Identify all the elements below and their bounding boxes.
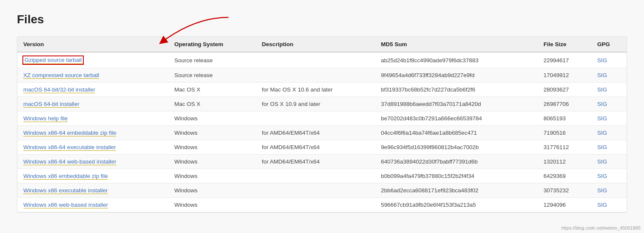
- os-cell: Mac OS X: [168, 97, 256, 111]
- md5-cell: be70202d483c0b7291a666ec66539784: [375, 111, 537, 126]
- version-link[interactable]: Gzipped source tarball: [23, 56, 83, 64]
- table-row: Windows x86 executable installerWindows2…: [17, 183, 627, 198]
- filesize-cell: 28093627: [538, 83, 592, 97]
- version-link[interactable]: Windows x86 embeddable zip file: [23, 173, 108, 180]
- version-link[interactable]: Windows x86-64 web-based installer: [23, 158, 116, 165]
- description-cell: for Mac OS X 10.6 and later: [256, 83, 375, 97]
- gpg-link[interactable]: SIG: [597, 115, 607, 122]
- md5-cell: ab25d24b1f8cc4990ade979f6dc37883: [375, 52, 537, 68]
- description-cell: [256, 111, 375, 126]
- os-cell: Windows: [168, 126, 256, 140]
- filesize-cell: 26987706: [538, 97, 592, 111]
- gpg-link[interactable]: SIG: [597, 130, 607, 136]
- description-cell: [256, 198, 375, 212]
- gpg-link[interactable]: SIG: [597, 202, 607, 208]
- os-cell: Windows: [168, 111, 256, 126]
- md5-cell: 2bb6ad2ecca6088171ef923bca483f02: [375, 183, 537, 198]
- gpg-cell: SIG: [591, 68, 627, 83]
- gpg-cell: SIG: [591, 111, 627, 126]
- filesize-cell: 30735232: [538, 183, 592, 198]
- gpg-cell: SIG: [591, 52, 627, 68]
- version-cell: Windows x86 web-based installer: [17, 198, 168, 212]
- files-table-wrapper: Version Operating System Description MD5…: [17, 36, 627, 213]
- md5-cell: 37d891988b6aeedd7f03a70171a8420d: [375, 97, 537, 111]
- gpg-link[interactable]: SIG: [597, 173, 607, 179]
- gpg-cell: SIG: [591, 155, 627, 169]
- version-link[interactable]: macOS 64-bit installer: [23, 101, 80, 108]
- md5-cell: 640736a3894022d30f7babff77391d6b: [375, 155, 537, 169]
- gpg-link[interactable]: SIG: [597, 144, 607, 150]
- table-row: macOS 64-bit/32-bit installerMac OS Xfor…: [17, 83, 627, 97]
- description-cell: for OS X 10.9 and later: [256, 97, 375, 111]
- md5-cell: 9e96c934f5d16399f860812b4ac7002b: [375, 140, 537, 155]
- table-row: Windows x86-64 web-based installerWindow…: [17, 155, 627, 169]
- version-cell: Gzipped source tarball: [17, 52, 168, 68]
- os-cell: Windows: [168, 198, 256, 212]
- md5-cell: b0b099a4fa479fb37880c15f2b2f4f34: [375, 169, 537, 183]
- md5-cell: 9f49654a4d6f733ff3284ab9d227e9fd: [375, 68, 537, 83]
- version-cell: Windows x86-64 web-based installer: [17, 155, 168, 169]
- os-cell: Windows: [168, 155, 256, 169]
- filesize-cell: 1320112: [538, 155, 592, 169]
- table-row: Windows x86 web-based installerWindows59…: [17, 198, 627, 212]
- table-header-row: Version Operating System Description MD5…: [17, 37, 627, 52]
- gpg-cell: SIG: [591, 198, 627, 212]
- files-table: Version Operating System Description MD5…: [17, 37, 627, 212]
- version-cell: Windows x86 executable installer: [17, 183, 168, 198]
- version-cell: macOS 64-bit/32-bit installer: [17, 83, 168, 97]
- version-cell: Windows help file: [17, 111, 168, 126]
- version-cell: Windows x86-64 embeddable zip file: [17, 126, 168, 140]
- filesize-cell: 17049912: [538, 68, 592, 83]
- version-cell: Windows x86 embeddable zip file: [17, 169, 168, 183]
- col-version: Version: [17, 37, 168, 52]
- description-cell: for AMD64/EM64T/x64: [256, 126, 375, 140]
- gpg-link[interactable]: SIG: [597, 57, 607, 64]
- version-link[interactable]: Windows x86-64 executable installer: [23, 144, 116, 151]
- version-link[interactable]: Windows x86 web-based installer: [23, 202, 108, 208]
- col-gpg: GPG: [591, 37, 627, 52]
- version-link[interactable]: Windows x86 executable installer: [23, 187, 108, 194]
- gpg-cell: SIG: [591, 169, 627, 183]
- gpg-cell: SIG: [591, 140, 627, 155]
- os-cell: Mac OS X: [168, 83, 256, 97]
- version-link[interactable]: macOS 64-bit/32-bit installer: [23, 86, 95, 93]
- table-row: Windows x86 embeddable zip fileWindowsb0…: [17, 169, 627, 183]
- filesize-cell: 1294096: [538, 198, 592, 212]
- col-md5: MD5 Sum: [375, 37, 537, 52]
- gpg-cell: SIG: [591, 126, 627, 140]
- version-cell: Windows x86-64 executable installer: [17, 140, 168, 155]
- watermark: https://blog.csdn.net/weixin_45001885: [561, 225, 641, 227]
- col-os: Operating System: [168, 37, 256, 52]
- description-cell: [256, 68, 375, 83]
- table-row: Windows x86-64 executable installerWindo…: [17, 140, 627, 155]
- gpg-link[interactable]: SIG: [597, 158, 607, 165]
- gpg-link[interactable]: SIG: [597, 72, 607, 78]
- gpg-cell: SIG: [591, 83, 627, 97]
- gpg-link[interactable]: SIG: [597, 187, 607, 194]
- md5-cell: 04cc4f6f6a14ba74f6ae1a8b685ec471: [375, 126, 537, 140]
- gpg-link[interactable]: SIG: [597, 86, 607, 93]
- description-cell: [256, 52, 375, 68]
- filesize-cell: 7190516: [538, 126, 592, 140]
- version-link[interactable]: XZ compressed source tarball: [23, 72, 99, 79]
- gpg-link[interactable]: SIG: [597, 101, 607, 107]
- os-cell: Windows: [168, 140, 256, 155]
- table-row: Windows x86-64 embeddable zip fileWindow…: [17, 126, 627, 140]
- table-row: Windows help fileWindowsbe70202d483c0b72…: [17, 111, 627, 126]
- os-cell: Source release: [168, 52, 256, 68]
- table-row: XZ compressed source tarballSource relea…: [17, 68, 627, 83]
- version-cell: XZ compressed source tarball: [17, 68, 168, 83]
- version-link[interactable]: Windows help file: [23, 115, 68, 122]
- md5-cell: 596667cb91a9fb20e6f4f153f3a213a5: [375, 198, 537, 212]
- filesize-cell: 22994617: [538, 52, 592, 68]
- version-link[interactable]: Windows x86-64 embeddable zip file: [23, 130, 116, 136]
- gpg-cell: SIG: [591, 183, 627, 198]
- description-cell: for AMD64/EM64T/x64: [256, 155, 375, 169]
- table-row: Gzipped source tarballSource releaseab25…: [17, 52, 627, 68]
- filesize-cell: 8065193: [538, 111, 592, 126]
- os-cell: Windows: [168, 169, 256, 183]
- gpg-cell: SIG: [591, 97, 627, 111]
- os-cell: Windows: [168, 183, 256, 198]
- filesize-cell: 6429369: [538, 169, 592, 183]
- version-cell: macOS 64-bit installer: [17, 97, 168, 111]
